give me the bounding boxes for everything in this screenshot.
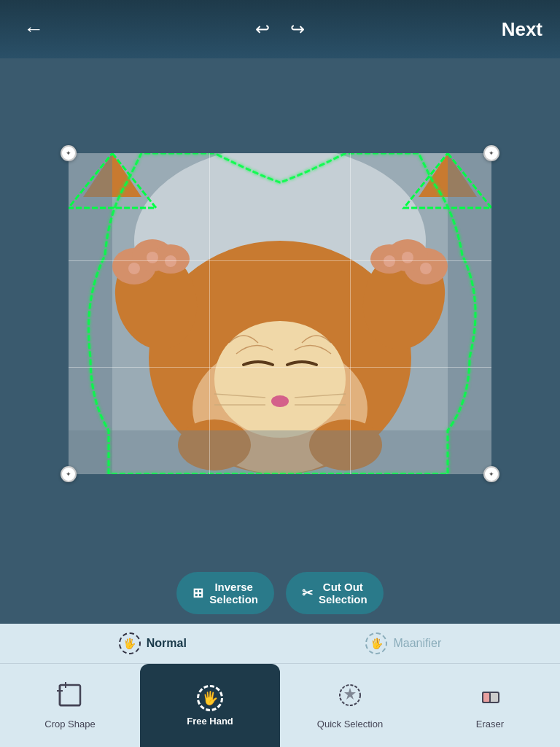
svg-rect-30 <box>69 430 491 474</box>
svg-point-18 <box>128 263 140 274</box>
mode-row: 🖐 Normal 🖐 Maanifier <box>0 624 560 664</box>
svg-point-21 <box>420 263 432 274</box>
quick-selection-icon <box>337 682 363 714</box>
corner-handle-br[interactable]: ✦ <box>483 466 499 482</box>
tool-free-hand[interactable]: 🖐 Free Hand <box>140 664 280 747</box>
cutout-label: Cut OutSelection <box>319 581 368 605</box>
svg-point-23 <box>384 255 395 267</box>
image-container[interactable]: ✦ ✦ ✦ ✦ <box>69 153 491 474</box>
header: ← ↩ ↪ Next <box>0 0 560 58</box>
normal-mode-icon: 🖐 <box>119 632 141 654</box>
inverse-icon: ⊞ <box>192 585 203 601</box>
crop-shape-icon <box>57 682 83 714</box>
free-hand-label: Free Hand <box>187 716 233 727</box>
crop-shape-label: Crop Shape <box>44 719 95 729</box>
magnifier-mode-icon: 🖐 <box>365 632 387 654</box>
tool-bar: Crop Shape 🖐 Free Hand Quick Selection <box>0 664 560 747</box>
free-hand-icon: 🖐 <box>197 685 223 711</box>
svg-point-20 <box>165 255 176 267</box>
undo-button[interactable]: ↩ <box>255 19 270 39</box>
canvas-area: ✦ ✦ ✦ ✦ <box>0 58 560 569</box>
svg-rect-29 <box>448 153 491 474</box>
svg-rect-40 <box>483 692 490 703</box>
eraser-icon <box>477 682 503 714</box>
tool-quick-selection[interactable]: Quick Selection <box>280 664 420 747</box>
svg-rect-28 <box>69 153 112 474</box>
svg-point-19 <box>147 252 158 263</box>
cat-image <box>69 153 491 474</box>
bottom-tools: 🖐 Normal 🖐 Maanifier Crop Sha <box>0 624 560 747</box>
cutout-icon: ✂ <box>302 585 313 601</box>
inverse-selection-button[interactable]: ⊞ InverseSelection <box>176 572 274 614</box>
corner-handle-tr[interactable]: ✦ <box>483 145 499 161</box>
magnifier-mode-label: Maanifier <box>393 637 441 650</box>
cut-out-selection-button[interactable]: ✂ Cut OutSelection <box>286 572 384 614</box>
tool-crop-shape[interactable]: Crop Shape <box>0 664 140 747</box>
inverse-label: InverseSelection <box>209 581 258 605</box>
normal-mode-label: Normal <box>147 637 187 650</box>
svg-rect-33 <box>60 685 80 705</box>
quick-selection-label: Quick Selection <box>317 719 383 729</box>
tool-eraser[interactable]: Eraser <box>420 664 560 747</box>
normal-mode[interactable]: 🖐 Normal <box>119 632 187 654</box>
magnifier-mode[interactable]: 🖐 Maanifier <box>365 632 441 654</box>
header-center: ↩ ↪ <box>255 19 305 39</box>
redo-button[interactable]: ↪ <box>290 19 305 39</box>
cat-svg <box>69 153 491 474</box>
action-buttons-row: ⊞ InverseSelection ✂ Cut OutSelection <box>0 569 560 624</box>
eraser-label: Eraser <box>476 719 504 729</box>
corner-handle-tl[interactable]: ✦ <box>61 145 77 161</box>
next-button[interactable]: Next <box>502 18 542 41</box>
back-button[interactable]: ← <box>18 12 50 47</box>
svg-point-22 <box>402 252 413 263</box>
svg-point-5 <box>271 395 289 407</box>
corner-handle-bl[interactable]: ✦ <box>61 466 77 482</box>
